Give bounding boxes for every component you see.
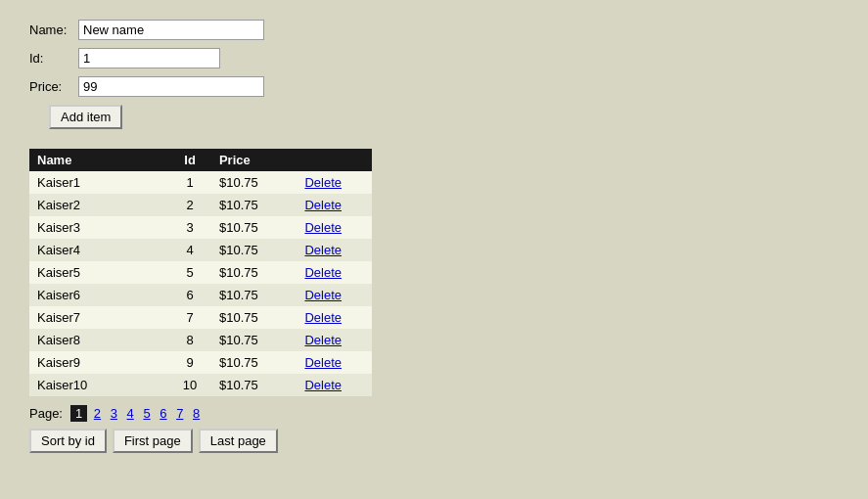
cell-name: Kaiser3 xyxy=(29,216,168,239)
page-link[interactable]: 2 xyxy=(91,406,104,421)
col-header-id: Id xyxy=(168,149,211,171)
form-area: Name: Id: Price: Add item xyxy=(10,10,858,149)
cell-id: 6 xyxy=(168,284,211,306)
name-input[interactable] xyxy=(78,20,264,40)
delete-link[interactable]: Delete xyxy=(304,198,342,212)
delete-link[interactable]: Delete xyxy=(304,378,342,392)
price-input[interactable] xyxy=(78,76,264,97)
col-header-name: Name xyxy=(29,149,168,171)
cell-name: Kaiser7 xyxy=(29,306,168,329)
cell-id: 4 xyxy=(168,239,211,261)
bottom-buttons: Sort by id First page Last page xyxy=(29,429,858,453)
col-header-actions xyxy=(297,149,372,171)
table-row: Kaiser9 9 $10.75 Delete xyxy=(29,351,372,374)
cell-price: $10.75 xyxy=(211,284,297,306)
page-link[interactable]: 7 xyxy=(173,406,186,421)
cell-name: Kaiser9 xyxy=(29,351,168,374)
table-row: Kaiser3 3 $10.75 Delete xyxy=(29,216,372,239)
table-row: Kaiser10 10 $10.75 Delete xyxy=(29,374,372,396)
table-row: Kaiser7 7 $10.75 Delete xyxy=(29,306,372,329)
table-row: Kaiser5 5 $10.75 Delete xyxy=(29,261,372,284)
cell-name: Kaiser2 xyxy=(29,194,168,216)
cell-name: Kaiser8 xyxy=(29,329,168,351)
cell-name: Kaiser1 xyxy=(29,171,168,194)
table-row: Kaiser4 4 $10.75 Delete xyxy=(29,239,372,261)
page-label: Page: xyxy=(29,406,63,421)
sort-by-id-button[interactable]: Sort by id xyxy=(29,429,107,453)
cell-price: $10.75 xyxy=(211,194,297,216)
delete-link[interactable]: Delete xyxy=(304,265,342,280)
cell-id: 10 xyxy=(168,374,211,396)
table-row: Kaiser2 2 $10.75 Delete xyxy=(29,194,372,216)
cell-price: $10.75 xyxy=(211,239,297,261)
last-page-button[interactable]: Last page xyxy=(199,429,278,453)
id-label: Id: xyxy=(29,51,78,66)
cell-price: $10.75 xyxy=(211,216,297,239)
delete-link[interactable]: Delete xyxy=(304,243,342,257)
cell-name: Kaiser5 xyxy=(29,261,168,284)
cell-actions: Delete xyxy=(297,351,372,374)
cell-actions: Delete xyxy=(297,261,372,284)
id-row: Id: xyxy=(29,48,839,68)
cell-actions: Delete xyxy=(297,306,372,329)
table-row: Kaiser6 6 $10.75 Delete xyxy=(29,284,372,306)
cell-actions: Delete xyxy=(297,194,372,216)
delete-link[interactable]: Delete xyxy=(304,310,342,325)
cell-actions: Delete xyxy=(297,216,372,239)
cell-price: $10.75 xyxy=(211,171,297,194)
name-label: Name: xyxy=(29,23,78,37)
items-table: Name Id Price Kaiser1 1 $10.75 Delete Ka… xyxy=(29,149,372,396)
table-row: Kaiser8 8 $10.75 Delete xyxy=(29,329,372,351)
page-link[interactable]: 4 xyxy=(124,406,137,421)
items-table-container: Name Id Price Kaiser1 1 $10.75 Delete Ka… xyxy=(29,149,858,396)
page-links: 1 2 3 4 5 6 7 8 xyxy=(70,406,203,421)
cell-name: Kaiser6 xyxy=(29,284,168,306)
cell-name: Kaiser4 xyxy=(29,239,168,261)
page-link[interactable]: 6 xyxy=(157,406,169,421)
cell-actions: Delete xyxy=(297,374,372,396)
cell-id: 1 xyxy=(168,171,211,194)
delete-link[interactable]: Delete xyxy=(304,333,342,347)
page-link[interactable]: 5 xyxy=(140,406,153,421)
cell-actions: Delete xyxy=(297,239,372,261)
table-row: Kaiser1 1 $10.75 Delete xyxy=(29,171,372,194)
cell-actions: Delete xyxy=(297,171,372,194)
pagination-area: Page: 1 2 3 4 5 6 7 8 xyxy=(29,406,858,421)
cell-price: $10.75 xyxy=(211,351,297,374)
delete-link[interactable]: Delete xyxy=(304,355,342,370)
page-current: 1 xyxy=(70,405,87,422)
cell-actions: Delete xyxy=(297,284,372,306)
cell-name: Kaiser10 xyxy=(29,374,168,396)
table-header-row: Name Id Price xyxy=(29,149,372,171)
cell-price: $10.75 xyxy=(211,261,297,284)
page-link[interactable]: 8 xyxy=(190,406,203,421)
cell-id: 9 xyxy=(168,351,211,374)
table-body: Kaiser1 1 $10.75 Delete Kaiser2 2 $10.75… xyxy=(29,171,372,396)
first-page-button[interactable]: First page xyxy=(113,429,193,453)
price-row: Price: xyxy=(29,76,839,97)
id-input[interactable] xyxy=(78,48,220,68)
delete-link[interactable]: Delete xyxy=(304,220,342,235)
cell-id: 5 xyxy=(168,261,211,284)
add-item-button[interactable]: Add item xyxy=(49,105,122,129)
cell-price: $10.75 xyxy=(211,306,297,329)
cell-id: 2 xyxy=(168,194,211,216)
cell-actions: Delete xyxy=(297,329,372,351)
cell-price: $10.75 xyxy=(211,329,297,351)
price-label: Price: xyxy=(29,79,78,94)
delete-link[interactable]: Delete xyxy=(304,175,342,190)
page-link[interactable]: 3 xyxy=(108,406,120,421)
col-header-price: Price xyxy=(211,149,297,171)
cell-id: 8 xyxy=(168,329,211,351)
cell-price: $10.75 xyxy=(211,374,297,396)
delete-link[interactable]: Delete xyxy=(304,288,342,302)
cell-id: 7 xyxy=(168,306,211,329)
name-row: Name: xyxy=(29,20,839,40)
cell-id: 3 xyxy=(168,216,211,239)
